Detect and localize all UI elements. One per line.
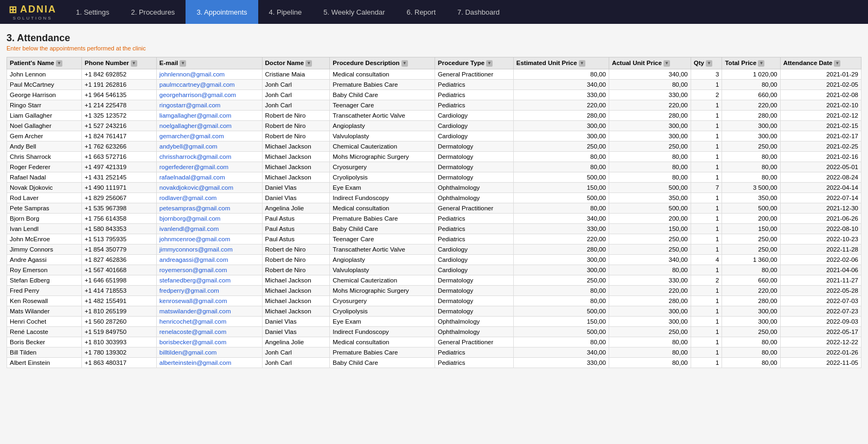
cell-r3-c1: +1 214 225478 (82, 100, 157, 110)
email-link[interactable]: andybell@gmail.com (159, 143, 218, 150)
cell-r21-c10: 2022-05-28 (780, 285, 861, 295)
cell-r1-c2: paulmccartney@gmail.com (156, 79, 262, 89)
filter-btn-6[interactable]: ▼ (579, 60, 585, 67)
table-wrapper[interactable]: Patient's Name▼Phone Number▼E-mail▼Docto… (7, 57, 861, 368)
email-link[interactable]: novakdjokovic@gmail.com (159, 184, 233, 191)
cell-r22-c8: 1 (691, 295, 722, 306)
email-link[interactable]: liamgallagher@gmail.com (159, 112, 231, 119)
cell-r15-c1: +1 580 843353 (82, 223, 157, 234)
cell-r16-c6: 220,00 (513, 234, 609, 244)
cell-r3-c3: Jonh Carl (262, 100, 330, 110)
nav-tab-procedures[interactable]: 2. Procedures (120, 0, 186, 24)
cell-r28-c5: Pediatrics (435, 357, 513, 368)
email-link[interactable]: johnlennon@gmail.com (159, 71, 225, 78)
nav-tab-appointments[interactable]: 3. Appointments (186, 0, 258, 24)
email-link[interactable]: gemarcher@gmail.com (159, 133, 224, 139)
nav-tab-dashboard[interactable]: 7. Dashboard (446, 0, 510, 24)
cell-r22-c2: kenrosewall@gmail.com (156, 295, 262, 306)
email-link[interactable]: andreagassi@gmail.com (159, 256, 228, 263)
cell-r25-c3: Daniel Vlas (262, 326, 330, 337)
filter-btn-8[interactable]: ▼ (706, 60, 712, 67)
nav-tab-pipeline[interactable]: 4. Pipeline (258, 0, 313, 24)
email-link[interactable]: stefanedberg@gmail.com (159, 277, 231, 284)
table-row: Ken Rosewall+1 482 155491kenrosewall@gma… (7, 295, 861, 306)
cell-r15-c9: 150,00 (722, 223, 780, 234)
filter-btn-1[interactable]: ▼ (131, 60, 137, 67)
cell-r18-c5: Cardiology (435, 254, 513, 265)
filter-btn-4[interactable]: ▼ (401, 60, 408, 67)
email-link[interactable]: alberteinstein@gmail.com (159, 359, 231, 366)
cell-r0-c8: 3 (691, 69, 722, 79)
cell-r5-c2: noelgallagher@gmail.com (156, 120, 262, 131)
cell-r5-c9: 300,00 (722, 120, 780, 131)
cell-r11-c3: Daniel Vlas (262, 182, 330, 192)
cell-r26-c7: 80,00 (609, 337, 691, 347)
cell-r3-c2: ringostarr@gmail.com (156, 100, 262, 110)
nav-tab-settings[interactable]: 1. Settings (65, 0, 120, 24)
email-link[interactable]: rogerfederer@gmail.com (159, 164, 228, 170)
email-link[interactable]: rodlaver@gmail.com (159, 195, 217, 201)
email-link[interactable]: paulmccartney@gmail.com (159, 81, 235, 88)
cell-r19-c6: 300,00 (513, 265, 609, 275)
cell-r14-c6: 340,00 (513, 213, 609, 223)
nav-tab-report[interactable]: 6. Report (396, 0, 446, 24)
email-link[interactable]: renelacoste@gmail.com (159, 329, 227, 335)
cell-r16-c2: johnmcenroe@gmail.com (156, 234, 262, 244)
cell-r27-c5: Pediatrics (435, 347, 513, 357)
cell-r17-c5: Cardiology (435, 244, 513, 254)
cell-r0-c0: John Lennon (7, 69, 82, 79)
table-row: Jimmy Connors+1 854 350779jimmyconnors@g… (7, 244, 861, 254)
cell-r28-c7: 80,00 (609, 357, 691, 368)
cell-r25-c5: Ophthalmology (435, 326, 513, 337)
email-link[interactable]: kenrosewall@gmail.com (159, 298, 227, 304)
nav-tab-weekly-calendar[interactable]: 5. Weekly Calendar (312, 0, 395, 24)
cell-r16-c10: 2022-10-23 (780, 234, 861, 244)
email-link[interactable]: henricochet@gmail.com (159, 318, 227, 325)
cell-r3-c4: Teenager Care (330, 100, 435, 110)
cell-r13-c6: 80,00 (513, 203, 609, 213)
filter-btn-10[interactable]: ▼ (834, 60, 840, 67)
cell-r21-c4: Mohs Micrographic Surgery (330, 285, 435, 295)
cell-r27-c3: Jonh Carl (262, 347, 330, 357)
email-link[interactable]: noelgallagher@gmail.com (159, 123, 232, 129)
email-link[interactable]: royemerson@gmail.com (159, 267, 227, 273)
cell-r5-c7: 300,00 (609, 120, 691, 131)
filter-btn-5[interactable]: ▼ (486, 60, 493, 67)
cell-r10-c1: +1 431 252145 (82, 172, 157, 182)
email-link[interactable]: jimmyconnors@gmail.com (159, 246, 233, 253)
email-link[interactable]: borisbecker@gmail.com (159, 339, 227, 345)
cell-r7-c4: Chemical Cauterization (330, 141, 435, 151)
filter-btn-7[interactable]: ▼ (663, 60, 670, 67)
cell-r20-c2: stefanedberg@gmail.com (156, 275, 262, 285)
cell-r11-c6: 150,00 (513, 182, 609, 192)
cell-r0-c7: 340,00 (609, 69, 691, 79)
email-link[interactable]: johnmcenroe@gmail.com (159, 236, 231, 242)
cell-r24-c1: +1 560 287260 (82, 316, 157, 326)
cell-r19-c10: 2021-04-06 (780, 265, 861, 275)
cell-r20-c4: Chemical Cauterization (330, 275, 435, 285)
cell-r21-c8: 1 (691, 285, 722, 295)
email-link[interactable]: ringostarr@gmail.com (159, 102, 221, 108)
cell-r1-c5: Pediatrics (435, 79, 513, 89)
cell-r9-c0: Roger Federer (7, 162, 82, 172)
email-link[interactable]: georgeharrison@gmail.com (159, 92, 236, 98)
filter-btn-3[interactable]: ▼ (305, 60, 312, 67)
email-link[interactable]: rafaelnadal@gmail.com (159, 174, 225, 181)
email-link[interactable]: bjornborg@gmail.com (159, 215, 221, 222)
email-link[interactable]: billtilden@gmail.com (159, 349, 217, 356)
email-link[interactable]: ivanlendl@gmail.com (159, 226, 219, 232)
email-link[interactable]: petesampras@gmail.com (159, 205, 231, 211)
cell-r6-c7: 300,00 (609, 131, 691, 141)
email-link[interactable]: matswilander@gmail.com (159, 308, 231, 314)
filter-btn-0[interactable]: ▼ (56, 60, 62, 67)
filter-btn-2[interactable]: ▼ (180, 60, 186, 67)
filter-btn-9[interactable]: ▼ (758, 60, 764, 67)
email-link[interactable]: chrissharrock@gmail.com (159, 153, 231, 160)
cell-r8-c0: Chris Sharrock (7, 151, 82, 162)
cell-r3-c8: 1 (691, 100, 722, 110)
email-link[interactable]: fredperry@gmail.com (159, 287, 219, 294)
col-header-estimated-unit-price: Estimated Unit Price▼ (513, 57, 609, 69)
cell-r2-c8: 2 (691, 89, 722, 100)
cell-r26-c4: Medical consultation (330, 337, 435, 347)
cell-r2-c1: +1 964 546135 (82, 89, 157, 100)
